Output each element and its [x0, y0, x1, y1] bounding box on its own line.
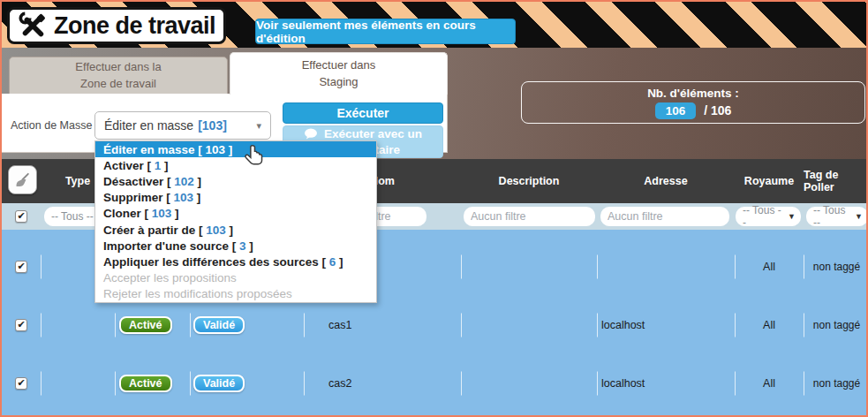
page-title: Zone de travail	[54, 12, 215, 40]
menu-item-editer-en-masse[interactable]: Éditer en masse [ 103 ]	[95, 141, 376, 157]
cell-adresse: localhost	[597, 296, 735, 354]
mass-action-label: Action de Masse	[11, 111, 92, 140]
execute-button[interactable]: Exécuter	[283, 102, 443, 124]
column-header-tag: Tag de Poller	[804, 159, 868, 203]
check-icon: ✔	[17, 320, 25, 330]
filter-description-input[interactable]	[464, 207, 595, 226]
filter-adresse-wrapper	[600, 207, 729, 226]
menu-item-rejeter-modifications: Rejeter les modifications proposées	[95, 286, 376, 302]
cell-adresse	[597, 238, 735, 296]
element-count-label: Nb. d'éléments :	[647, 87, 739, 100]
cell-royaume: All	[735, 354, 804, 413]
cell-description	[461, 238, 597, 296]
caret-down-icon: ▼	[855, 212, 863, 221]
tools-icon	[19, 11, 47, 40]
page-title-box: Zone de travail	[7, 7, 226, 44]
menu-item-accepter-propositions: Accepter les propositions	[95, 270, 376, 286]
menu-item-appliquer-differences[interactable]: Appliquer les différences des sources [ …	[95, 254, 376, 269]
cell-nom: cas2	[304, 354, 461, 413]
chevron-down-icon: ▾	[256, 120, 261, 132]
cell-description	[461, 296, 597, 354]
row-checkbox[interactable]: ✔	[15, 319, 27, 331]
cell-tag: non taggé	[804, 296, 868, 354]
check-icon: ✔	[17, 378, 25, 388]
cell-tag: non taggé	[804, 238, 868, 296]
row-checkbox[interactable]: ✔	[15, 377, 27, 390]
menu-item-cloner[interactable]: Cloner [ 103 ]	[95, 206, 376, 222]
menu-item-activer[interactable]: Activer [ 1 ]	[95, 157, 376, 173]
state-badge: Activé	[119, 375, 172, 392]
mass-action-value: Éditer en masse	[104, 118, 193, 133]
filter-adresse-input[interactable]	[600, 207, 729, 226]
column-header-royaume: Royaume	[735, 159, 804, 203]
column-header-description: Description	[461, 159, 597, 203]
cell-royaume: All	[735, 296, 804, 354]
table-row: ✔ Activé Validé cas1 localhost All non t…	[2, 296, 868, 354]
tab-workzone[interactable]: Effectuer dans la Zone de travail	[9, 57, 228, 95]
cell-nom: cas1	[304, 296, 461, 354]
menu-item-creer-a-partir-de[interactable]: Créer à partir de [ 103 ]	[95, 222, 376, 238]
state-badge: Activé	[119, 316, 172, 334]
filter-tag-select[interactable]: -- Tous -- ▼	[806, 207, 868, 226]
clear-filters-button[interactable]	[8, 165, 37, 194]
element-count-badge: 106	[655, 102, 697, 119]
column-header-adresse: Adresse	[597, 159, 735, 203]
cell-description	[461, 354, 597, 413]
mass-action-count: [103]	[198, 118, 227, 133]
status-badge: Validé	[193, 375, 245, 392]
broom-icon	[14, 171, 31, 189]
hand-cursor-icon	[242, 144, 267, 174]
speech-bubble-icon	[304, 128, 318, 140]
menu-item-importer-source[interactable]: Importer d'une source [ 3 ]	[95, 238, 376, 254]
cell-adresse: localhost	[597, 354, 735, 413]
show-my-elements-button[interactable]: Voir seulement mes éléments en cours d'é…	[255, 19, 516, 44]
select-all-checkbox[interactable]: ✔	[15, 210, 27, 223]
menu-item-desactiver[interactable]: Désactiver [ 102 ]	[95, 173, 376, 189]
table-row: ✔ Activé Validé cas2 localhost All non t…	[2, 354, 868, 413]
mass-action-select[interactable]: Éditer en masse [103] ▾	[94, 111, 271, 140]
element-count-panel: Nb. d'éléments : 106 / 106	[521, 81, 865, 124]
mass-action-dropdown-menu: Éditer en masse [ 103 ] Activer [ 1 ] Dé…	[94, 140, 377, 303]
cell-tag: non taggé	[804, 354, 868, 413]
filter-description-wrapper	[464, 207, 595, 226]
status-badge: Validé	[193, 316, 245, 334]
menu-item-supprimer[interactable]: Supprimer [ 103 ]	[95, 190, 376, 206]
caret-down-icon: ▼	[788, 212, 796, 221]
element-count-total: / 106	[704, 103, 731, 118]
row-checkbox[interactable]: ✔	[15, 261, 27, 273]
check-icon: ✔	[17, 211, 25, 221]
check-icon: ✔	[17, 262, 25, 271]
tab-staging[interactable]: Effectuer dans Staging	[230, 52, 448, 95]
filter-royaume-select[interactable]: -- Tous -- ▼	[736, 207, 801, 226]
workzone-page: Zone de travail Voir seulement mes éléme…	[0, 0, 868, 417]
cell-royaume: All	[735, 238, 804, 296]
